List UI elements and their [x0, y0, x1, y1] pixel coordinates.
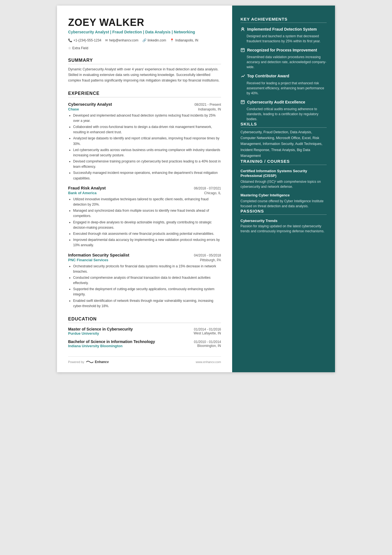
job-location-1: Indianapolis, IN: [198, 107, 221, 111]
footer-website: www.enhancv.com: [196, 360, 221, 364]
achievement-icon-3: [240, 74, 245, 79]
achievement-item-2: Recognized for Process Improvement Strea…: [240, 48, 327, 70]
enhancv-brand-name: Enhancv: [95, 360, 109, 364]
job-item-2: Fraud Risk Analyst 06/2018 - 07/2021 Ban…: [68, 186, 221, 248]
job-company-row-3: PNC Financial Services Pittsburgh, PA: [68, 258, 221, 262]
experience-section: EXPERIENCE Cybersecurity Analyst 08/2021…: [68, 91, 221, 309]
education-section: EDUCATION Master of Science in Cybersecu…: [68, 317, 221, 348]
candidate-title: Cybersecurity Analyst | Fraud Detection …: [68, 29, 221, 35]
passion-item-1: Cybersecurity Trends Passion for staying…: [240, 219, 327, 234]
contact-email: ✉ help@enhancv.com: [105, 38, 138, 42]
contact-location: 📍 Indianapolis, IN: [170, 38, 198, 42]
edu-location-1: West Lafayette, IN: [194, 331, 221, 336]
experience-title: EXPERIENCE: [68, 91, 221, 97]
training-item-1: Certified Information Systems Security P…: [240, 169, 327, 189]
achievement-icon-2: [240, 48, 245, 53]
edu-header-2: Bachelor of Science in Information Techn…: [68, 339, 221, 344]
job-title-1: Cybersecurity Analyst: [68, 102, 112, 107]
contact-extra: ☆ Extra Field: [68, 46, 88, 50]
job-dates-1: 08/2021 - Present: [195, 103, 221, 107]
training-name-2: Mastering Cyber Intelligence: [240, 193, 327, 198]
job-dates-3: 04/2016 - 05/2018: [194, 253, 221, 257]
bullet: Utilized innovative investigative techni…: [73, 197, 221, 207]
bullet: Supported the deployment of cutting-edge…: [73, 287, 221, 297]
svg-rect-2: [241, 100, 244, 104]
bullet: Successfully managed incident response o…: [73, 170, 221, 181]
achievement-title-3: Top Contributor Award: [247, 73, 289, 78]
bullet: Led cybersecurity audits across various …: [73, 147, 221, 158]
edu-dates-2: 01/2010 - 01/2014: [194, 340, 221, 344]
bullet: Collaborated with cross-functional teams…: [73, 124, 221, 135]
job-bullets-3: Orchestrated security protocols for fina…: [68, 264, 221, 309]
training-name-1: Certified Information Systems Security P…: [240, 169, 327, 178]
contact-row: 📞 +1-(234)-555-1234 ✉ help@enhancv.com 🔗…: [68, 38, 221, 50]
achievement-item-4: Cybersecurity Audit Excellence Conducted…: [240, 100, 327, 122]
job-company-2: Bank of America: [68, 191, 96, 195]
skills-title: SKILLS: [240, 122, 327, 128]
enhancv-logo: Enhancv: [86, 360, 109, 364]
footer: Powered by Enhancv www.enhancv.com: [68, 356, 221, 364]
skills-section: SKILLS Cybersecurity, Fraud Detection, D…: [240, 122, 327, 159]
edu-location-2: Bloomington, IN: [197, 344, 221, 348]
resume-container: ZOEY WALKER Cybersecurity Analyst | Frau…: [57, 6, 335, 372]
edu-degree-2: Bachelor of Science in Information Techn…: [68, 339, 194, 344]
job-company-3: PNC Financial Services: [68, 258, 108, 262]
edu-school-row-2: Indiana University Bloomington Bloomingt…: [68, 344, 221, 348]
passions-section: PASSIONS Cybersecurity Trends Passion fo…: [240, 209, 327, 234]
job-location-3: Pittsburgh, PA: [200, 258, 221, 262]
job-header-3: Information Security Specialist 04/2016 …: [68, 253, 221, 257]
left-column: ZOEY WALKER Cybersecurity Analyst | Frau…: [57, 6, 232, 372]
linkedin-icon: 🔗: [142, 38, 147, 42]
edu-item-1: Master of Science in Cybersecurity 01/20…: [68, 327, 221, 336]
achievement-title-1: Implemented Fraud Detection System: [247, 27, 317, 32]
summary-title: SUMMARY: [68, 58, 221, 64]
achievement-desc-4: Conducted critical audits ensuring adher…: [240, 107, 327, 122]
achievement-desc-1: Designed and launched a system that decr…: [240, 34, 327, 44]
edu-header-1: Master of Science in Cybersecurity 01/20…: [68, 327, 221, 331]
edu-dates-1: 01/2014 - 01/2016: [194, 327, 221, 331]
bullet: Devised comprehensive training programs …: [73, 159, 221, 169]
achievements-title: KEY ACHIEVEMENTS: [240, 17, 327, 23]
job-item-3: Information Security Specialist 04/2016 …: [68, 253, 221, 309]
achievement-header-4: Cybersecurity Audit Excellence: [240, 100, 327, 105]
phone-icon: 📞: [68, 38, 72, 42]
bullet: Executed thorough risk assessments of ne…: [73, 231, 221, 236]
achievement-item-3: Top Contributor Award Received for leadi…: [240, 73, 327, 95]
achievement-header-2: Recognized for Process Improvement: [240, 48, 327, 53]
achievement-desc-2: Streamlined data validation procedures i…: [240, 55, 327, 70]
job-header-1: Cybersecurity Analyst 08/2021 - Present: [68, 102, 221, 107]
training-desc-1: Obtained through (ISC)² with comprehensi…: [240, 179, 327, 189]
training-section: TRAINING / COURSES Certified Information…: [240, 159, 327, 209]
passions-title: PASSIONS: [240, 209, 327, 215]
candidate-name: ZOEY WALKER: [68, 17, 221, 28]
powered-by-label: Powered by: [68, 360, 84, 364]
edu-school-2: Indiana University Bloomington: [68, 344, 123, 348]
passion-desc-1: Passion for staying updated on the lates…: [240, 224, 327, 234]
job-title-2: Fraud Risk Analyst: [68, 186, 106, 190]
bullet: Conducted comprehensive analysis of fina…: [73, 275, 221, 286]
job-item-1: Cybersecurity Analyst 08/2021 - Present …: [68, 102, 221, 181]
edu-item-2: Bachelor of Science in Information Techn…: [68, 339, 221, 348]
achievement-title-4: Cybersecurity Audit Excellence: [247, 100, 305, 105]
job-bullets-1: Developed and implemented advanced fraud…: [68, 113, 221, 181]
job-company-row-2: Bank of America Chicago, IL: [68, 191, 221, 195]
bullet: Analyzed large datasets to identify and …: [73, 136, 221, 146]
bullet: Managed and synchronized data from multi…: [73, 208, 221, 219]
job-company-row-1: Chase Indianapolis, IN: [68, 107, 221, 111]
bullet: Orchestrated security protocols for fina…: [73, 264, 221, 274]
edu-degree-1: Master of Science in Cybersecurity: [68, 327, 194, 331]
edu-school-1: Purdue University: [68, 331, 99, 336]
job-company-1: Chase: [68, 107, 79, 111]
edu-school-row-1: Purdue University West Lafayette, IN: [68, 331, 221, 336]
training-desc-2: Completed course offered by Cyber Intell…: [240, 199, 327, 209]
passion-name-1: Cybersecurity Trends: [240, 219, 327, 223]
summary-text: Dynamic Cybersecurity Analyst with over …: [68, 66, 221, 83]
right-column: KEY ACHIEVEMENTS Implemented Fraud Detec…: [232, 6, 335, 372]
bullet: Developed and implemented advanced fraud…: [73, 113, 221, 124]
bullet: Improved departmental data accuracy by i…: [73, 237, 221, 248]
achievement-header-1: Implemented Fraud Detection System: [240, 27, 327, 33]
svg-rect-1: [241, 48, 244, 52]
achievement-title-2: Recognized for Process Improvement: [247, 48, 317, 53]
summary-section: SUMMARY Dynamic Cybersecurity Analyst wi…: [68, 58, 221, 83]
bullet: Enabled swift identification of network …: [73, 298, 221, 309]
